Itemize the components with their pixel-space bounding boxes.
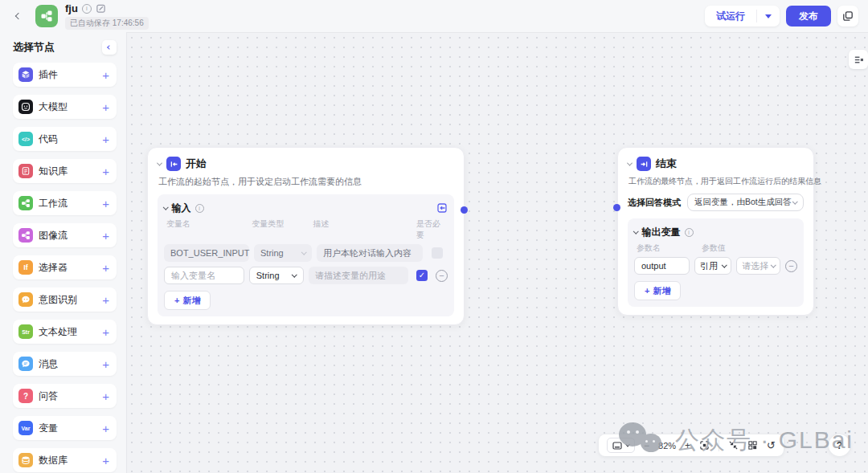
duplicate-icon (842, 10, 854, 22)
plus-icon[interactable]: + (102, 390, 109, 402)
variable-name-field: BOT_USER_INPUT (164, 244, 249, 262)
intent-icon (18, 292, 33, 307)
caret-down-icon (765, 14, 772, 18)
end-node[interactable]: 结束 工作流的最终节点，用于返回工作流运行后的结果信息 选择回答模式 返回变量，… (617, 147, 814, 316)
sidebar-item-knowledge[interactable]: 知识库 + (13, 159, 117, 183)
help-button[interactable]: ? (829, 434, 850, 456)
plus-icon[interactable]: + (102, 198, 109, 210)
chevron-down-icon (771, 262, 776, 267)
param-name-input[interactable]: output (634, 257, 690, 275)
sidebar-item-label: 消息 (39, 357, 58, 371)
sidebar-item-label: 文本处理 (39, 325, 77, 339)
collapse-arrows-icon (728, 440, 739, 451)
plus-icon[interactable]: + (102, 455, 109, 467)
sidebar-item-qa[interactable]: ? 问答 + (13, 384, 117, 408)
duplicate-button[interactable] (837, 6, 858, 27)
zoom-in-button[interactable]: + (685, 440, 690, 451)
back-button[interactable] (10, 7, 27, 25)
plus-icon[interactable]: + (102, 101, 109, 113)
plus-icon[interactable]: + (102, 358, 109, 370)
chevron-left-icon (15, 13, 22, 19)
column-desc: 描述 (313, 218, 416, 241)
node-list: 插件 + 大模型 + </> 代码 + 知识库 + (13, 63, 117, 472)
plus-icon[interactable]: + (102, 294, 109, 306)
plus-icon[interactable]: + (102, 230, 109, 242)
plus-icon[interactable]: + (102, 69, 109, 81)
fit-view-button[interactable] (699, 440, 710, 451)
output-row: output 引用 请选择 − (634, 257, 797, 275)
variable-name-input[interactable]: 输入变量名 (164, 267, 244, 284)
condition-icon: If (18, 260, 33, 275)
chevron-down-icon[interactable] (633, 228, 638, 233)
zoom-out-button[interactable]: − (644, 440, 649, 451)
test-run-dropdown[interactable] (757, 14, 780, 18)
sidebar-item-llm[interactable]: 大模型 + (13, 95, 117, 119)
start-node-subtitle: 工作流的起始节点，用于设定启动工作流需要的信息 (158, 176, 454, 188)
plus-icon[interactable]: + (102, 262, 109, 274)
sidebar-item-label: 知识库 (39, 165, 68, 178)
auto-layout-button[interactable] (728, 440, 739, 451)
sidebar-item-variable[interactable]: Var 变量 + (13, 416, 117, 440)
sidebar-item-text[interactable]: Str 文本处理 + (13, 320, 117, 344)
import-icon[interactable] (436, 202, 448, 214)
sidebar-item-plugin[interactable]: 插件 + (13, 63, 117, 87)
sidebar-item-database[interactable]: 数据库 + (13, 448, 117, 472)
edit-icon[interactable] (96, 3, 106, 14)
end-node-title: 结束 (656, 157, 677, 171)
info-icon[interactable]: i (685, 228, 694, 237)
output-column-headers: 参数名 参数值 (634, 243, 797, 254)
info-icon[interactable]: i (195, 204, 204, 213)
sidebar-collapse-button[interactable] (102, 40, 117, 55)
sidebar-item-label: 图像流 (39, 229, 68, 243)
plus-icon[interactable]: + (102, 422, 109, 434)
required-checkbox[interactable]: ✓ (416, 270, 428, 281)
remove-row-button[interactable]: − (436, 270, 448, 282)
remove-row-button[interactable]: − (785, 260, 797, 272)
chevron-down-icon (792, 198, 797, 203)
param-value-select[interactable]: 请选择 (736, 257, 780, 275)
add-output-button[interactable]: + 新增 (634, 281, 681, 300)
fit-view-icon (699, 440, 710, 451)
variable-type-select[interactable]: String (249, 267, 304, 284)
plus-icon[interactable]: + (102, 133, 109, 145)
panel-icon (854, 55, 864, 65)
history-button[interactable]: ↺ (767, 439, 776, 451)
sidebar-title: 选择节点 (13, 40, 55, 55)
variable-desc-input[interactable]: 请描述变量的用途 (309, 267, 408, 284)
plugin-icon (18, 67, 33, 82)
start-node-output-port[interactable] (461, 206, 468, 214)
sidebar-item-message[interactable]: 消息 + (13, 352, 117, 376)
plus-icon[interactable]: + (102, 326, 109, 338)
plus-icon[interactable]: + (102, 165, 109, 177)
text-processing-icon: Str (18, 324, 33, 339)
param-type-select[interactable]: 引用 (694, 257, 731, 275)
chevron-down-icon (301, 249, 306, 254)
column-type: 变量类型 (252, 218, 313, 241)
column-param-value: 参数值 (702, 243, 726, 254)
publish-button[interactable]: 发布 (786, 6, 831, 27)
column-name: 变量名 (164, 218, 252, 241)
sidebar-item-selector[interactable]: If 选择器 + (13, 255, 117, 279)
sidebar-item-label: 大模型 (39, 100, 68, 114)
chevron-down-icon[interactable] (163, 204, 168, 209)
database-icon (18, 453, 33, 467)
chevron-down-icon[interactable] (627, 160, 633, 165)
workflow-app-icon (35, 5, 58, 27)
sidebar-item-code[interactable]: </> 代码 + (13, 127, 117, 151)
grid-view-button[interactable] (747, 440, 758, 451)
variable-icon: Var (18, 421, 33, 435)
sidebar-item-label: 插件 (39, 68, 58, 82)
sidebar-item-intent[interactable]: 意图识别 + (13, 287, 117, 312)
answer-mode-select[interactable]: 返回变量，由Bot生成回答 (687, 194, 804, 211)
info-icon[interactable]: i (82, 4, 92, 14)
chevron-down-icon[interactable] (157, 160, 162, 165)
layers-panel-toggle-button[interactable] (849, 50, 868, 69)
workflow-icon (18, 196, 33, 210)
add-input-button[interactable]: + 新增 (164, 291, 211, 310)
sidebar-item-workflow[interactable]: 工作流 + (13, 191, 117, 215)
minimap-button[interactable] (607, 438, 635, 453)
start-node[interactable]: 开始 工作流的起始节点，用于设定启动工作流需要的信息 输入 i 变量名 变量类型… (147, 147, 465, 325)
sidebar-item-imageflow[interactable]: 图像流 + (13, 223, 117, 247)
test-run-button[interactable]: 试运行 (705, 6, 756, 27)
end-node-input-port[interactable] (613, 204, 620, 211)
